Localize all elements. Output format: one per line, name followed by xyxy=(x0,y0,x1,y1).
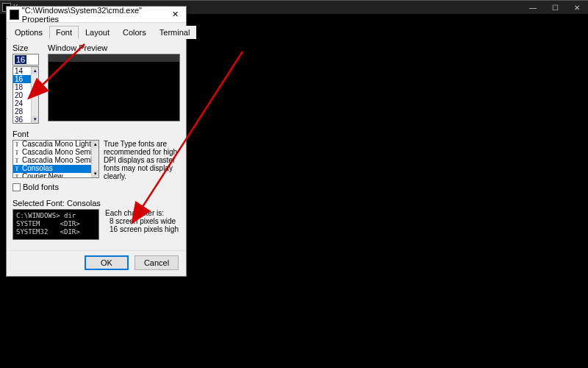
window-controls: — ☐ ✕ xyxy=(522,1,588,14)
cmd-icon xyxy=(10,10,19,20)
bold-fonts-checkbox[interactable] xyxy=(12,183,21,191)
minimize-button[interactable]: — xyxy=(522,1,544,14)
scrollbar[interactable]: ▴ ▾ xyxy=(91,141,98,177)
scroll-up-icon[interactable]: ▴ xyxy=(32,67,38,74)
ok-button[interactable]: OK xyxy=(85,255,129,270)
bold-fonts-label: Bold fonts xyxy=(23,183,59,191)
tab-font[interactable]: Font xyxy=(49,26,79,39)
size-input[interactable]: 16 xyxy=(12,54,39,66)
cancel-button[interactable]: Cancel xyxy=(135,255,179,270)
scroll-down-icon[interactable]: ▾ xyxy=(92,170,98,177)
font-listbox[interactable]: 𝕋Cascadia Mono Light 𝕋Cascadia Mono Semi… xyxy=(12,140,99,178)
font-label: Font xyxy=(12,130,180,138)
close-button[interactable]: ✕ xyxy=(566,1,588,14)
preview-label: Window Preview xyxy=(48,43,180,52)
properties-dialog: "C:\Windows\System32\cmd.exe" Properties… xyxy=(6,6,187,277)
dialog-titlebar[interactable]: "C:\Windows\System32\cmd.exe" Properties… xyxy=(7,7,186,23)
window-preview xyxy=(48,54,180,121)
tab-colors[interactable]: Colors xyxy=(116,26,153,39)
font-option[interactable]: 𝕋Courier New xyxy=(13,173,98,178)
scroll-up-icon[interactable]: ▴ xyxy=(92,141,98,148)
scrollbar[interactable]: ▴ ▾ xyxy=(31,67,38,123)
dialog-button-row: OK Cancel xyxy=(7,250,186,276)
truetype-hint: True Type fonts are recommended for high… xyxy=(104,140,180,180)
sample-preview: C:\WINDOWS> dir SYSTEM <DIR> SYSTEM32 <D… xyxy=(12,209,99,240)
scroll-down-icon[interactable]: ▾ xyxy=(32,116,38,123)
dialog-title: "C:\Windows\System32\cmd.exe" Properties xyxy=(22,6,166,24)
tab-body-font: Size 16 14 16 18 20 24 28 36 ▴ ▾ Win xyxy=(7,39,186,246)
size-label: Size xyxy=(12,43,42,52)
size-listbox[interactable]: 14 16 18 20 24 28 36 ▴ ▾ xyxy=(12,66,39,124)
character-dimensions: Each character is: 8 screen pixels wide … xyxy=(105,209,180,240)
dialog-close-button[interactable]: ✕ xyxy=(166,8,184,21)
tab-options[interactable]: Options xyxy=(8,26,49,39)
tab-terminal[interactable]: Terminal xyxy=(153,26,197,39)
tab-layout[interactable]: Layout xyxy=(79,26,116,39)
selected-font-label: Selected Font: Consolas xyxy=(12,199,180,208)
tab-strip: Options Font Layout Colors Terminal xyxy=(7,23,186,39)
maximize-button[interactable]: ☐ xyxy=(544,1,566,14)
